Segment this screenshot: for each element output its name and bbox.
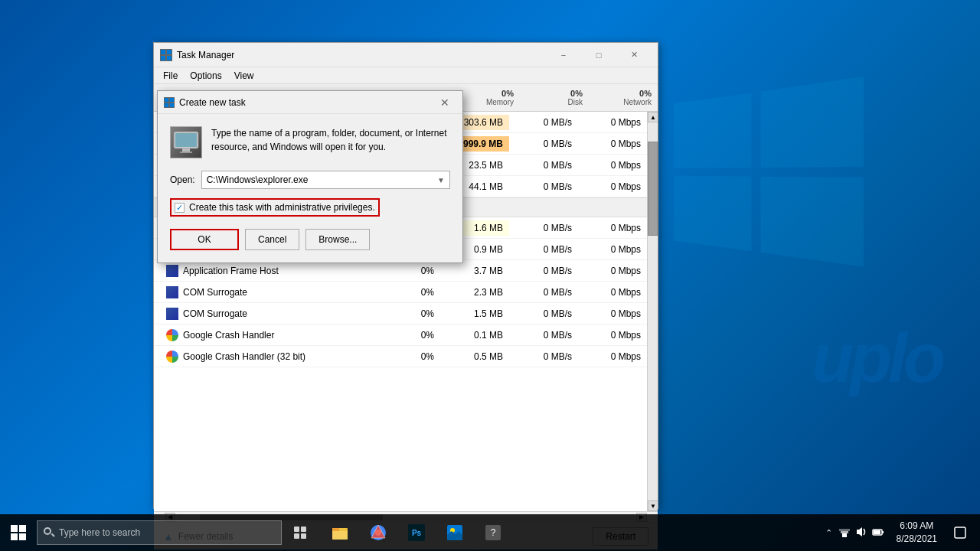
svg-rect-30: [882, 531, 884, 533]
unknown-app-icon: ?: [485, 524, 501, 541]
memory-cell: 0.1 MB: [440, 328, 509, 343]
notification-button[interactable]: [946, 514, 974, 551]
minimize-button[interactable]: −: [546, 43, 581, 67]
battery-tray-icon[interactable]: [872, 526, 884, 540]
battery-icon: [872, 526, 884, 538]
network-cell: 0 Mbps: [578, 136, 647, 152]
windows-logo-icon: [11, 525, 26, 540]
maximize-button[interactable]: □: [581, 43, 616, 67]
tray-overflow-button[interactable]: ⌃: [824, 528, 834, 538]
open-row: Open: C:\Windows\explorer.exe ▼: [170, 171, 450, 189]
taskbar-search[interactable]: Type here to search: [37, 520, 282, 545]
memory-cell: 1.5 MB: [440, 306, 509, 321]
memory-cell: 0.5 MB: [440, 349, 509, 364]
dialog-close-button[interactable]: ✕: [433, 91, 456, 114]
network-cell: 0 Mbps: [578, 306, 647, 321]
table-row[interactable]: COM Surrogate 0% 2.3 MB 0 MB/s 0 Mbps: [154, 282, 647, 303]
scroll-thumb[interactable]: [648, 142, 658, 236]
cpu-cell: 0%: [387, 306, 440, 321]
disk-cell: 0 MB/s: [509, 328, 578, 343]
table-row[interactable]: Google Crash Handler 0% 0.1 MB 0 MB/s 0 …: [154, 324, 647, 346]
cpu-cell: 0%: [387, 349, 440, 364]
dialog-description: Type the name of a program, folder, docu…: [211, 126, 450, 154]
titlebar-buttons: − □ ✕: [546, 43, 652, 67]
svg-rect-14: [294, 533, 299, 539]
options-menu[interactable]: Options: [184, 69, 227, 83]
process-name-cell: COM Surrogate: [154, 305, 387, 322]
network-cell: 0 Mbps: [578, 242, 647, 257]
ok-button[interactable]: OK: [170, 229, 239, 250]
network-icon: [838, 526, 851, 538]
google-icon: [166, 350, 178, 363]
scroll-up-button[interactable]: ▲: [648, 112, 658, 122]
view-menu[interactable]: View: [228, 69, 260, 83]
svg-rect-12: [294, 527, 299, 532]
task-view-button[interactable]: [282, 514, 318, 551]
open-input[interactable]: C:\Windows\explorer.exe ▼: [201, 171, 450, 189]
file-menu[interactable]: File: [157, 69, 184, 83]
memory-cell: 3.7 MB: [440, 263, 509, 279]
network-cell: 0 Mbps: [578, 328, 647, 343]
search-placeholder: Type here to search: [59, 527, 140, 538]
vertical-scrollbar[interactable]: ▲ ▼: [647, 112, 658, 511]
start-button[interactable]: [0, 514, 37, 551]
chrome-icon: [370, 524, 387, 541]
admin-checkbox[interactable]: ✓: [175, 203, 185, 213]
dialog-buttons: OK Cancel Browse...: [170, 229, 450, 250]
network-tray-icon[interactable]: [838, 526, 851, 540]
taskbar-app-photos[interactable]: [436, 514, 473, 551]
svg-rect-4: [165, 97, 168, 101]
svg-text:?: ?: [491, 527, 496, 538]
svg-rect-26: [841, 531, 848, 533]
svg-rect-7: [170, 103, 174, 106]
process-name-cell: COM Surrogate: [154, 284, 387, 301]
sound-tray-icon[interactable]: [855, 526, 867, 540]
admin-checkbox-row[interactable]: ✓ Create this task with administrative p…: [170, 198, 380, 217]
col-header-disk: 0% Disk: [520, 87, 589, 108]
browse-button[interactable]: Browse...: [305, 229, 370, 250]
network-cell: 0 Mbps: [578, 285, 647, 300]
create-task-dialog: Create new task ✕ Type the name of a pro…: [157, 90, 463, 263]
dialog-titlebar: Create new task ✕: [158, 91, 462, 114]
task-view-icon: [293, 526, 307, 540]
close-button[interactable]: ✕: [616, 43, 652, 67]
dialog-icon: [164, 97, 175, 108]
desktop-watermark: uplo: [812, 319, 942, 398]
table-row[interactable]: Google Crash Handler (32 bit) 0% 0.5 MB …: [154, 346, 647, 367]
taskbar-app-photoshop[interactable]: Ps: [398, 514, 435, 551]
photoshop-icon: Ps: [408, 524, 425, 541]
task-manager-title: Task Manager: [177, 50, 546, 60]
process-icon: [166, 286, 178, 298]
svg-rect-11: [180, 152, 192, 153]
svg-rect-10: [182, 148, 190, 152]
scroll-down-button[interactable]: ▼: [648, 500, 658, 511]
svg-rect-32: [955, 527, 965, 538]
process-name-cell: Application Frame Host: [154, 262, 387, 279]
taskbar-app-file-explorer[interactable]: [322, 514, 358, 551]
dialog-header-section: Type the name of a program, folder, docu…: [170, 126, 450, 158]
disk-cell: 0 MB/s: [509, 220, 578, 236]
dialog-title: Create new task: [179, 97, 433, 108]
disk-cell: 0 MB/s: [509, 263, 578, 279]
taskbar-app-chrome[interactable]: [360, 514, 397, 551]
cpu-cell: 0%: [387, 263, 440, 279]
table-row[interactable]: Application Frame Host 0% 3.7 MB 0 MB/s …: [154, 260, 647, 282]
svg-rect-18: [332, 531, 348, 540]
volume-icon: [855, 526, 867, 538]
scroll-track: [648, 122, 658, 500]
taskbar-app-unknown[interactable]: ?: [475, 514, 511, 551]
svg-rect-5: [170, 97, 174, 101]
table-row[interactable]: COM Surrogate 0% 1.5 MB 0 MB/s 0 Mbps: [154, 303, 647, 324]
disk-cell: 0 MB/s: [509, 242, 578, 257]
process-icon: [166, 265, 178, 277]
cpu-cell: 0%: [387, 285, 440, 300]
google-icon: [166, 329, 178, 341]
network-cell: 0 Mbps: [578, 220, 647, 236]
cancel-button[interactable]: Cancel: [245, 229, 299, 250]
system-clock[interactable]: 6:09 AM 8/28/2021: [890, 520, 943, 546]
disk-cell: 0 MB/s: [509, 136, 578, 152]
disk-cell: 0 MB/s: [509, 179, 578, 194]
network-cell: 0 Mbps: [578, 115, 647, 130]
cpu-cell: 0%: [387, 328, 440, 343]
disk-cell: 0 MB/s: [509, 158, 578, 173]
